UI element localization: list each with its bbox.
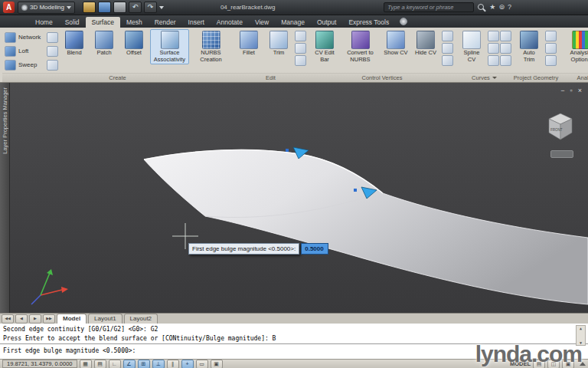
tab-mesh[interactable]: Mesh	[120, 17, 149, 28]
dynamic-input-value[interactable]: 0.5000	[301, 243, 328, 255]
tab-output[interactable]: Output	[311, 17, 343, 28]
tab-annotate[interactable]: Annotate	[211, 17, 249, 28]
mini-tool-icon[interactable]	[488, 43, 499, 54]
spline-cv-button[interactable]: Spline CV	[458, 29, 485, 64]
coordinate-readout[interactable]: 19.8721, 31.4379, 0.0000	[2, 360, 77, 368]
mini-tool-icon[interactable]	[545, 55, 557, 66]
mini-tool-icon[interactable]	[500, 43, 511, 54]
mini-tool-icon[interactable]	[500, 31, 511, 41]
polar-toggle[interactable]: ∠	[123, 360, 136, 368]
convert-to-nurbs-button[interactable]: Convert to NURBS	[341, 29, 380, 64]
plot-button[interactable]	[113, 2, 126, 13]
loft-button[interactable]: Loft	[5, 44, 58, 58]
ducs-toggle[interactable]: ∥	[167, 360, 179, 368]
mini-tool-icon[interactable]	[545, 43, 557, 54]
viewport-close-icon[interactable]: ×	[578, 87, 582, 94]
lineweight-toggle[interactable]: ▭	[196, 360, 208, 368]
command-prompt-line[interactable]: First edge bulge magnitude <0.5000>:	[0, 343, 588, 355]
view-cube[interactable]: FRONT	[543, 109, 578, 144]
mini-tool-icon[interactable]	[295, 55, 306, 66]
mini-tool-icon[interactable]	[488, 31, 499, 41]
otrack-toggle[interactable]: ⊥	[152, 360, 165, 368]
tab-solid[interactable]: Solid	[59, 17, 86, 28]
panel-label-create[interactable]: Create	[2, 73, 233, 82]
mini-tool-icon[interactable]	[545, 31, 557, 41]
drawing-viewport[interactable]: − ▫ × FRONT First edge bulge magnitude <…	[10, 83, 588, 313]
fillet-button[interactable]: Fillet	[235, 29, 263, 58]
nurbs-creation-toggle[interactable]: NURBS Creation	[191, 29, 230, 64]
command-window[interactable]: Second edge continuity [G0/G1/G2] <G0>: …	[0, 324, 588, 359]
tab-model[interactable]: Model	[57, 314, 87, 324]
mini-tool-icon[interactable]	[47, 32, 58, 43]
status-tray-arrow-icon[interactable]	[580, 362, 586, 366]
previous-layout-button[interactable]: ◀	[15, 314, 28, 324]
grid-toggle[interactable]: ▤	[94, 360, 106, 368]
osnap-toggle[interactable]: ⊞	[138, 360, 150, 368]
dynamic-input-toggle[interactable]: +	[181, 360, 194, 368]
navigation-bar[interactable]	[550, 150, 573, 158]
ortho-toggle[interactable]: ∟	[109, 360, 121, 368]
tab-render[interactable]: Render	[149, 17, 182, 28]
first-layout-button[interactable]: ◀◀	[2, 314, 14, 324]
communication-center-icon[interactable]: ⊚	[498, 2, 505, 12]
panel-label-edit[interactable]: Edit	[233, 73, 309, 82]
viewport-minimize-icon[interactable]: −	[560, 87, 564, 94]
mini-tool-icon[interactable]	[47, 46, 58, 57]
mini-tool-icon[interactable]	[488, 55, 499, 66]
workspace-switch-icon[interactable]: ◫	[547, 360, 560, 368]
scroll-down-icon[interactable]: ▼	[580, 340, 582, 345]
app-logo-icon[interactable]: A	[3, 2, 15, 13]
qat-dropdown-icon[interactable]	[159, 6, 164, 9]
blend-button[interactable]: Blend	[60, 29, 88, 58]
redo-button[interactable]: ↷	[144, 2, 157, 13]
patch-button[interactable]: Patch	[90, 29, 118, 58]
analysis-options-button[interactable]: Analysis Options	[561, 29, 588, 64]
panel-label-curves[interactable]: Curves	[456, 73, 513, 82]
tab-insert[interactable]: Insert	[182, 17, 211, 28]
mini-tool-icon[interactable]	[442, 43, 453, 54]
tab-layout2[interactable]: Layout2	[124, 314, 158, 324]
trim-button[interactable]: Trim	[265, 29, 292, 58]
command-scrollbar[interactable]: ▲ ▼	[576, 325, 586, 346]
tab-express-tools[interactable]: Express Tools	[342, 17, 395, 28]
hide-cv-button[interactable]: Hide CV	[412, 29, 439, 58]
surface-associativity-toggle[interactable]: Surface Associativity	[150, 29, 189, 64]
show-cv-button[interactable]: Show CV	[382, 29, 410, 58]
mini-tool-icon[interactable]	[295, 43, 306, 54]
mini-tool-icon[interactable]	[442, 55, 453, 66]
clean-screen-icon[interactable]: ▣	[562, 360, 574, 368]
tab-view[interactable]: View	[249, 17, 275, 28]
ribbon-cycle-button[interactable]	[400, 18, 407, 25]
save-button[interactable]	[98, 2, 111, 13]
tab-manage[interactable]: Manage	[275, 17, 311, 28]
mini-tool-icon[interactable]	[47, 60, 58, 71]
offset-button[interactable]: Offset	[120, 29, 148, 58]
layer-properties-palette-bar[interactable]: Layer Properties Manager	[0, 83, 10, 313]
panel-label-project-geometry[interactable]: Project Geometry	[513, 73, 559, 82]
cv-edit-bar-button[interactable]: CV Edit Bar	[311, 29, 338, 64]
star-icon[interactable]: ★	[489, 2, 495, 12]
network-button[interactable]: Network	[5, 31, 58, 44]
scroll-up-icon[interactable]: ▲	[580, 326, 582, 330]
model-space-indicator[interactable]: MODEL	[510, 360, 531, 367]
blend-surface[interactable]	[144, 150, 588, 304]
help-icon[interactable]: ?	[508, 2, 511, 12]
tab-layout1[interactable]: Layout1	[88, 314, 122, 324]
quick-properties-toggle[interactable]: ▣	[211, 360, 223, 368]
tab-home[interactable]: Home	[29, 17, 59, 28]
sweep-button[interactable]: Sweep	[5, 58, 58, 71]
workspace-switcher[interactable]: 3D Modeling	[18, 2, 75, 14]
next-layout-button[interactable]: ▶	[29, 314, 41, 324]
viewport-restore-icon[interactable]: ▫	[570, 87, 573, 94]
annotation-scale-icon[interactable]: ▤	[533, 360, 545, 368]
mini-tool-icon[interactable]	[500, 55, 511, 66]
mini-tool-icon[interactable]	[295, 31, 306, 41]
search-input[interactable]	[384, 2, 474, 12]
search-icon[interactable]	[477, 3, 486, 12]
open-button[interactable]	[83, 2, 96, 13]
tab-surface[interactable]: Surface	[86, 17, 120, 28]
panel-label-analysis[interactable]: Analysis	[559, 73, 588, 82]
mini-tool-icon[interactable]	[442, 31, 453, 41]
snap-toggle[interactable]: ▦	[80, 360, 92, 368]
undo-button[interactable]: ↶	[129, 2, 142, 13]
